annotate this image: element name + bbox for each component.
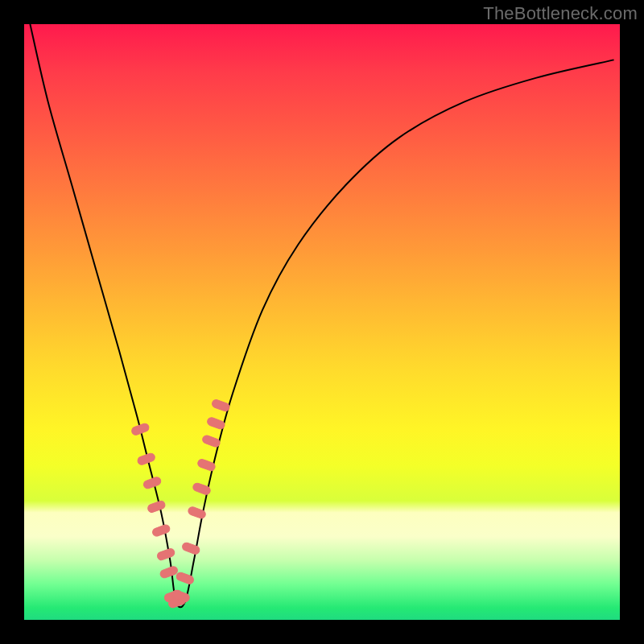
bottleneck-curve [30,24,613,607]
curve-marker [151,524,171,538]
curve-marker [159,565,179,579]
curve-svg [24,24,620,620]
curve-marker [201,435,221,448]
curve-marker [196,458,216,472]
curve-marker [130,423,150,436]
curve-marker [147,500,166,514]
marker-group [130,398,230,609]
chart-frame: TheBottleneck.com [0,0,644,644]
curve-marker [156,547,175,561]
plot-area [24,24,620,620]
watermark-text: TheBottleneck.com [483,3,638,24]
curve-marker [211,398,230,412]
curve-marker [206,416,225,430]
